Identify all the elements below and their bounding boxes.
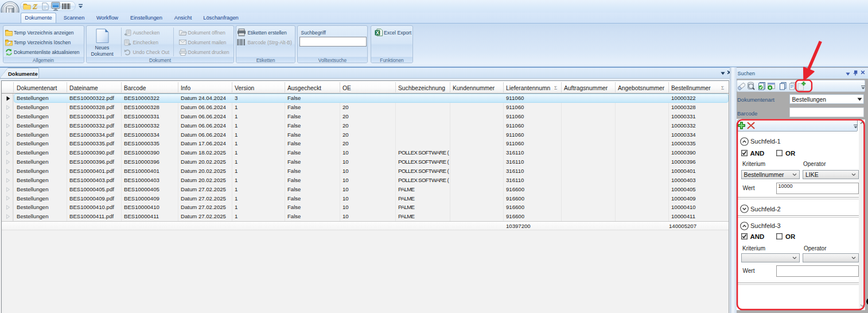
svg-text:Z: Z xyxy=(33,2,38,10)
svg-text:X: X xyxy=(376,30,379,36)
